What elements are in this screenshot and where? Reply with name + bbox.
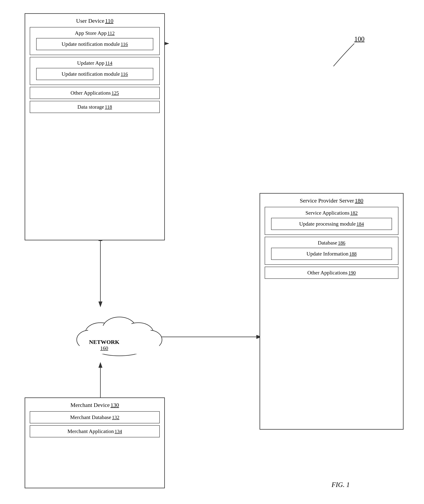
service-provider-other-apps-box: Other Applications 190 (265, 267, 399, 279)
update-information-box: Update Information 188 (271, 248, 392, 260)
user-device-title: User Device 110 (27, 18, 162, 24)
svg-point-7 (102, 317, 137, 342)
updater-app-update-notification-box: Update notification module 116 (36, 68, 153, 80)
updater-app-title: Updater App 114 (34, 60, 156, 66)
network-label: NETWORK 160 (80, 339, 129, 351)
user-device-other-apps-box: Other Applications 125 (30, 87, 160, 99)
ref-100-label: 100 (354, 35, 365, 43)
merchant-device-title: Merchant Device 130 (27, 402, 162, 408)
service-applications-title: Service Applications 182 (268, 210, 395, 216)
service-applications-box: Service Applications 182 Update processi… (265, 207, 399, 235)
data-storage-box: Data storage 118 (30, 101, 160, 113)
merchant-device-box: Merchant Device 130 Merchant Database 13… (25, 397, 165, 488)
service-provider-server-title: Service Provider Server 180 (262, 197, 401, 204)
svg-point-16 (138, 332, 161, 349)
merchant-database-box: Merchant Database 132 (30, 411, 160, 423)
fig-label: FIG. 1 (331, 481, 350, 489)
merchant-application-box: Merchant Application 134 (30, 425, 160, 437)
app-store-app-title: App Store App 112 (34, 30, 156, 36)
svg-point-10 (137, 330, 162, 349)
database-box: Database 186 Update Information 188 (265, 237, 399, 265)
update-processing-module-box: Update processing module 184 (271, 218, 392, 230)
app-store-app-box: App Store App 112 Update notification mo… (30, 27, 160, 55)
updater-app-box: Updater App 114 Update notification modu… (30, 57, 160, 85)
app-store-update-notification-box: Update notification module 116 (36, 38, 153, 50)
database-title: Database 186 (268, 240, 395, 246)
user-device-box: User Device 110 App Store App 112 Update… (25, 13, 165, 240)
service-provider-server-box: Service Provider Server 180 Service Appl… (260, 193, 404, 430)
